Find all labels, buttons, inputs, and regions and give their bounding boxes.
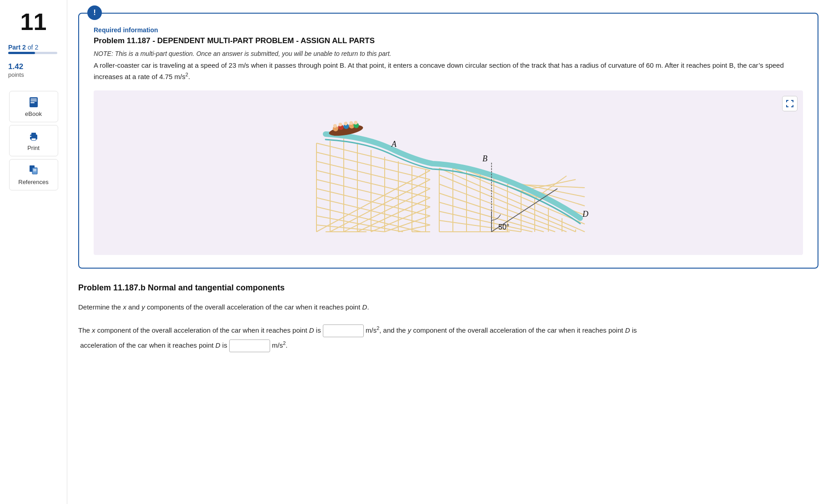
y-component-input[interactable]	[229, 339, 270, 352]
print-icon	[27, 130, 40, 143]
svg-rect-17	[786, 105, 787, 107]
svg-rect-19	[793, 105, 793, 107]
info-card: ! Required information Problem 11.187 - …	[78, 13, 818, 269]
problem-section: Problem 11.187.b Normal and tangential c…	[78, 283, 818, 353]
svg-rect-3	[30, 102, 35, 103]
svg-rect-7	[30, 136, 31, 137]
expand-icon	[785, 99, 794, 108]
diagram-container: A B D 50°	[94, 90, 803, 255]
main-content: ! Required information Problem 11.187 - …	[67, 0, 833, 504]
svg-rect-1	[30, 99, 37, 100]
problem-number: 11	[20, 8, 47, 35]
svg-text:D: D	[582, 210, 588, 219]
ebook-icon	[27, 96, 40, 109]
print-button[interactable]: Print	[9, 125, 58, 156]
svg-rect-2	[30, 100, 37, 101]
diagram-svg: A B D 50°	[303, 98, 594, 248]
svg-rect-15	[793, 100, 793, 102]
points-value: 1.42	[0, 62, 23, 71]
part-label: Part 2 of 2	[0, 44, 38, 51]
problem-note: NOTE: This is a multi-part question. Onc…	[94, 50, 803, 57]
problem-section-title: Problem 11.187.b Normal and tangential c…	[78, 283, 818, 293]
x-component-input[interactable]	[323, 324, 364, 337]
expand-diagram-button[interactable]	[782, 96, 798, 111]
svg-text:A: A	[391, 140, 397, 149]
sidebar: 11 Part 2 of 2 1.42 points eBook	[0, 0, 67, 504]
svg-rect-10	[33, 169, 36, 170]
svg-rect-6	[31, 138, 36, 140]
svg-rect-11	[33, 170, 36, 171]
answer-row: The x component of the overall accelerat…	[78, 323, 818, 353]
svg-text:B: B	[482, 154, 487, 163]
svg-rect-5	[31, 133, 36, 135]
references-icon	[27, 164, 40, 177]
progress-bar	[8, 52, 57, 54]
references-button[interactable]: References	[9, 159, 58, 190]
problem-instruction: Determine the x and y components of the …	[78, 302, 818, 313]
info-icon: !	[87, 5, 102, 20]
required-info-label: Required information	[94, 26, 803, 34]
svg-text:50°: 50°	[498, 223, 509, 231]
progress-bar-fill	[8, 52, 35, 54]
problem-title: Problem 11.187 - DEPENDENT MULTI-PART PR…	[94, 36, 803, 45]
svg-rect-13	[786, 100, 787, 102]
problem-description: A roller-coaster car is traveling at a s…	[94, 60, 803, 82]
ebook-button[interactable]: eBook	[9, 91, 58, 122]
points-label: points	[0, 71, 24, 78]
